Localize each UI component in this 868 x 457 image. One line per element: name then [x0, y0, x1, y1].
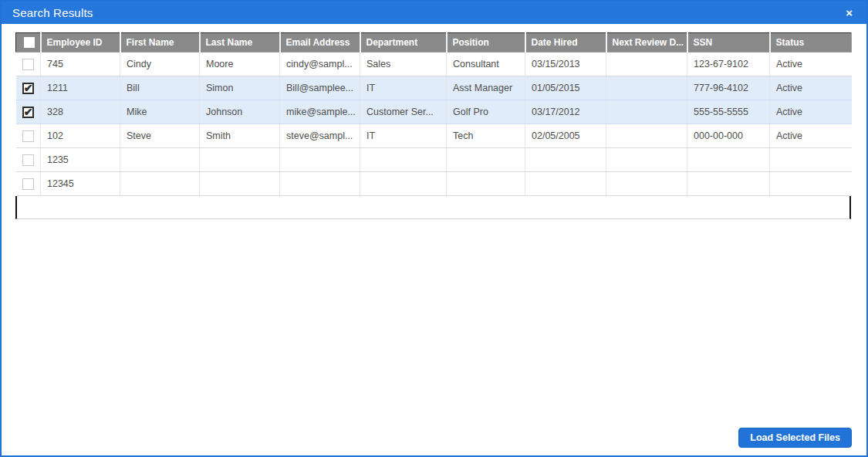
cell-ssn: 555-55-5555	[687, 100, 770, 124]
cell-next-review	[606, 124, 687, 148]
cell-date-hired: 03/17/2012	[525, 100, 606, 124]
row-checkbox[interactable]	[22, 107, 34, 118]
column-header-last-name[interactable]: Last Name	[200, 33, 280, 52]
cell-next-review	[606, 52, 687, 76]
cell-ssn	[687, 172, 770, 196]
cell-last-name: Johnson	[200, 100, 280, 124]
cell-last-name: Smith	[200, 124, 280, 148]
cell-ssn: 777-96-4102	[687, 76, 770, 100]
cell-row-select[interactable]	[16, 172, 41, 196]
dialog-titlebar: Search Results ×	[2, 2, 866, 24]
cell-row-select[interactable]	[16, 124, 41, 148]
column-header-department[interactable]: Department	[360, 33, 447, 52]
cell-status: Active	[770, 124, 852, 148]
column-header-first-name[interactable]: First Name	[120, 33, 200, 52]
cell-ssn: 123-67-9102	[687, 52, 770, 76]
cell-employee-id: 328	[41, 100, 120, 124]
results-grid: Employee ID First Name Last Name Email A…	[15, 32, 851, 219]
cell-row-select[interactable]	[16, 148, 41, 172]
cell-department: Customer Ser...	[360, 100, 447, 124]
cell-status: Active	[770, 52, 852, 76]
cell-employee-id: 102	[41, 124, 120, 148]
row-checkbox[interactable]	[22, 59, 34, 70]
cell-first-name: Steve	[120, 124, 200, 148]
cell-email: mike@sample...	[280, 100, 360, 124]
cell-status: Active	[770, 100, 852, 124]
column-header-next-review-date[interactable]: Next Review D...	[606, 33, 687, 52]
cell-department: Sales	[360, 52, 447, 76]
cell-last-name: Simon	[200, 76, 280, 100]
row-checkbox[interactable]	[22, 154, 34, 166]
table-row[interactable]: 1211 Bill Simon Bill@samplee... IT Asst …	[16, 76, 852, 100]
select-all-header[interactable]	[16, 33, 41, 52]
cell-position	[447, 148, 525, 172]
column-header-email-address[interactable]: Email Address	[280, 33, 360, 52]
column-header-status[interactable]: Status	[770, 33, 852, 52]
cell-position	[447, 172, 525, 196]
column-header-position[interactable]: Position	[447, 33, 525, 52]
cell-last-name	[200, 148, 280, 172]
cell-status	[770, 172, 852, 196]
dialog-title: Search Results	[12, 6, 93, 19]
table-row[interactable]: 102 Steve Smith steve@sampl... IT Tech 0…	[16, 124, 852, 148]
table-row[interactable]: 745 Cindy Moore cindy@sampl... Sales Con…	[16, 52, 852, 76]
cell-next-review	[606, 76, 687, 100]
cell-department	[360, 148, 447, 172]
cell-employee-id: 1235	[41, 148, 120, 172]
table-row[interactable]: 328 Mike Johnson mike@sample... Customer…	[16, 100, 852, 124]
cell-position: Golf Pro	[447, 100, 525, 124]
cell-department: IT	[360, 76, 447, 100]
cell-date-hired	[525, 148, 606, 172]
cell-employee-id: 12345	[41, 172, 120, 196]
cell-ssn: 000-00-000	[687, 124, 770, 148]
cell-last-name: Moore	[200, 52, 280, 76]
column-header-date-hired[interactable]: Date Hired	[525, 33, 606, 52]
cell-position: Tech	[447, 124, 525, 148]
search-results-dialog: Search Results × Employee ID First Name …	[0, 0, 868, 457]
cell-first-name: Cindy	[120, 52, 200, 76]
close-icon[interactable]: ×	[843, 5, 856, 20]
cell-ssn	[687, 148, 770, 172]
cell-status	[770, 148, 852, 172]
cell-employee-id: 745	[41, 52, 120, 76]
cell-row-select[interactable]	[16, 76, 41, 100]
table-row[interactable]: 1235	[16, 148, 852, 172]
cell-employee-id: 1211	[41, 76, 120, 100]
cell-first-name	[120, 172, 200, 196]
cell-first-name: Bill	[120, 76, 200, 100]
cell-row-select[interactable]	[16, 100, 41, 124]
cell-row-select[interactable]	[16, 52, 41, 76]
cell-email	[280, 148, 360, 172]
employee-table: Employee ID First Name Last Name Email A…	[15, 32, 852, 196]
column-header-ssn[interactable]: SSN	[687, 33, 770, 52]
cell-department	[360, 172, 447, 196]
cell-status: Active	[770, 76, 852, 100]
cell-email: steve@sampl...	[280, 124, 360, 148]
cell-first-name: Mike	[120, 100, 200, 124]
cell-email: Bill@samplee...	[280, 76, 360, 100]
select-all-checkbox[interactable]	[24, 37, 35, 48]
row-checkbox[interactable]	[22, 83, 34, 94]
cell-email: cindy@sampl...	[280, 52, 360, 76]
cell-email	[280, 172, 360, 196]
cell-next-review	[606, 100, 687, 124]
cell-next-review	[606, 172, 687, 196]
cell-next-review	[606, 148, 687, 172]
cell-last-name	[200, 172, 280, 196]
cell-first-name	[120, 148, 200, 172]
new-row-placeholder[interactable]	[15, 196, 851, 219]
load-selected-files-button[interactable]: Load Selected Files	[738, 428, 852, 448]
cell-date-hired: 02/05/2005	[525, 124, 606, 148]
table-row[interactable]: 12345	[16, 172, 852, 196]
cell-department: IT	[360, 124, 447, 148]
table-header-row: Employee ID First Name Last Name Email A…	[16, 33, 852, 52]
cell-date-hired: 01/05/2015	[525, 76, 606, 100]
row-checkbox[interactable]	[22, 178, 34, 190]
cell-date-hired: 03/15/2013	[525, 52, 606, 76]
cell-position: Consultant	[447, 52, 525, 76]
cell-position: Asst Manager	[447, 76, 525, 100]
cell-date-hired	[525, 172, 606, 196]
row-checkbox[interactable]	[22, 130, 34, 142]
column-header-employee-id[interactable]: Employee ID	[41, 33, 120, 52]
